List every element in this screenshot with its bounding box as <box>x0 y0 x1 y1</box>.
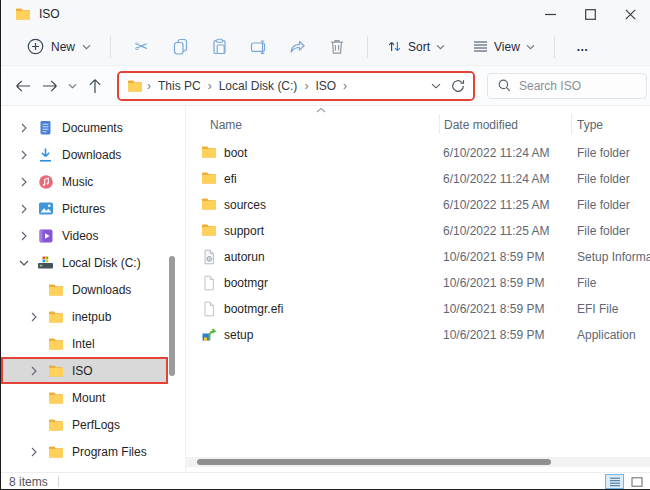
chevron-right-icon[interactable] <box>17 150 31 160</box>
share-icon <box>289 39 307 55</box>
sidebar-item-inetpub[interactable]: inetpub <box>1 303 168 330</box>
sidebar-item-label: Downloads <box>62 148 121 162</box>
file-type: File folder <box>577 224 630 238</box>
maximize-button[interactable] <box>570 0 610 28</box>
sidebar-item-label: Videos <box>62 229 98 243</box>
chevron-down-icon <box>436 44 445 50</box>
horizontal-scrollbar-track[interactable] <box>186 457 650 467</box>
large-icons-view-button[interactable] <box>627 474 646 489</box>
recent-locations-chevron-icon[interactable] <box>63 72 81 100</box>
file-row-autorun[interactable]: autorun10/6/2021 8:59 PMSetup Informatio… <box>186 244 650 270</box>
sidebar-item-program-files-x86[interactable]: Program Files (x86) <box>1 465 168 472</box>
column-header-type[interactable]: Type <box>577 118 603 132</box>
ellipsis-icon: … <box>576 40 589 54</box>
sidebar-item-perflogs[interactable]: PerfLogs <box>1 411 168 438</box>
file-name[interactable]: efi <box>224 172 237 186</box>
copy-button[interactable] <box>161 32 200 62</box>
file-name[interactable]: autorun <box>224 250 265 264</box>
sidebar-item-mount[interactable]: Mount <box>1 384 168 411</box>
address-dropdown-chevron-icon[interactable] <box>431 83 441 89</box>
file-name[interactable]: bootmgr <box>224 276 268 290</box>
file-icon <box>201 275 217 291</box>
sidebar-item-pictures[interactable]: Pictures <box>1 195 168 222</box>
chevron-right-icon[interactable] <box>17 231 31 241</box>
paste-button[interactable] <box>200 32 239 62</box>
folder-icon <box>201 145 217 161</box>
sort-button[interactable]: Sort <box>379 34 453 59</box>
file-row-bootmgr[interactable]: bootmgr10/6/2021 8:59 PMFile <box>186 270 650 296</box>
file-name[interactable]: support <box>224 224 264 238</box>
command-toolbar: New ✂ <box>1 28 650 66</box>
chevron-right-icon[interactable] <box>27 366 41 376</box>
sidebar-item-intel[interactable]: Intel <box>1 330 168 357</box>
breadcrumb-this-pc[interactable]: This PC <box>155 79 204 93</box>
file-type: Application <box>577 328 636 342</box>
horizontal-scrollbar-thumb[interactable] <box>197 459 551 465</box>
chevron-right-icon[interactable] <box>17 177 31 187</box>
back-button[interactable] <box>9 72 36 100</box>
search-box[interactable] <box>487 73 647 99</box>
sort-button-label: Sort <box>408 40 430 54</box>
sidebar-item-label: inetpub <box>72 310 111 324</box>
sidebar-item-local-disk-c[interactable]: Local Disk (C:) <box>1 249 168 276</box>
chevron-right-icon[interactable] <box>17 204 31 214</box>
sidebar-scrollbar[interactable] <box>169 256 175 376</box>
close-button[interactable] <box>610 0 650 28</box>
refresh-icon[interactable] <box>451 79 465 93</box>
column-divider[interactable] <box>439 114 440 134</box>
new-button[interactable]: New <box>19 33 99 60</box>
details-view-button[interactable] <box>605 474 624 489</box>
file-name[interactable]: boot <box>224 146 247 160</box>
breadcrumb-local-disk-c[interactable]: Local Disk (C:) <box>216 79 301 93</box>
rename-icon <box>250 39 268 55</box>
new-button-label: New <box>51 40 75 54</box>
chevron-right-icon[interactable] <box>17 123 31 133</box>
file-row-sources[interactable]: sources6/10/2022 11:25 AMFile folder <box>186 192 650 218</box>
sidebar-item-documents[interactable]: Documents <box>1 114 168 141</box>
chevron-right-icon[interactable] <box>27 447 41 457</box>
chevron-down-icon[interactable] <box>17 260 31 266</box>
folder-icon <box>47 389 64 406</box>
more-options-button[interactable]: … <box>566 32 600 62</box>
breadcrumb-separator-icon: › <box>204 79 216 93</box>
up-button[interactable] <box>81 72 108 100</box>
sidebar-item-music[interactable]: Music <box>1 168 168 195</box>
folder-icon <box>201 197 217 213</box>
view-lines-icon <box>473 40 488 53</box>
file-row-efi[interactable]: efi6/10/2022 11:24 AMFile folder <box>186 166 650 192</box>
sidebar-item-iso[interactable]: ISO <box>1 357 168 384</box>
column-header-date-modified[interactable]: Date modified <box>444 118 518 132</box>
column-divider[interactable] <box>571 114 572 134</box>
chevron-right-icon[interactable] <box>27 312 41 322</box>
minimize-button[interactable] <box>530 0 570 28</box>
file-row-support[interactable]: support6/10/2022 11:25 AMFile folder <box>186 218 650 244</box>
file-row-setup[interactable]: setup10/6/2021 8:59 PMApplication <box>186 322 650 348</box>
file-type: File <box>577 276 596 290</box>
column-header-name[interactable]: Name <box>210 118 242 132</box>
delete-button[interactable] <box>317 32 356 62</box>
chevron-down-icon <box>82 44 91 50</box>
sidebar-item-program-files[interactable]: Program Files <box>1 438 168 465</box>
file-name[interactable]: setup <box>224 328 253 342</box>
sidebar-item-downloads[interactable]: Downloads <box>1 276 168 303</box>
search-input[interactable] <box>519 79 629 93</box>
sort-ascending-caret-icon[interactable] <box>316 107 326 113</box>
address-bar[interactable]: › This PC › Local Disk (C:) › ISO › <box>119 73 473 99</box>
file-name[interactable]: sources <box>224 198 266 212</box>
rename-button[interactable] <box>239 32 278 62</box>
share-button[interactable] <box>278 32 317 62</box>
sidebar-item-label: PerfLogs <box>72 418 120 432</box>
cut-button[interactable]: ✂ <box>122 32 161 62</box>
file-name[interactable]: bootmgr.efi <box>224 302 283 316</box>
file-row-bootmgr-efi[interactable]: bootmgr.efi10/6/2021 8:59 PMEFI File <box>186 296 650 322</box>
sidebar-item-downloads[interactable]: Downloads <box>1 141 168 168</box>
file-row-boot[interactable]: boot6/10/2022 11:24 AMFile folder <box>186 140 650 166</box>
column-header-row: Name Date modified Type <box>186 110 650 136</box>
sidebar-item-videos[interactable]: Videos <box>1 222 168 249</box>
folder-icon <box>15 7 31 21</box>
folder-icon <box>201 223 217 239</box>
view-button[interactable]: View <box>465 35 543 59</box>
file-date-modified: 10/6/2021 8:59 PM <box>443 276 544 290</box>
breadcrumb-iso[interactable]: ISO <box>312 79 339 93</box>
forward-button[interactable] <box>36 72 63 100</box>
